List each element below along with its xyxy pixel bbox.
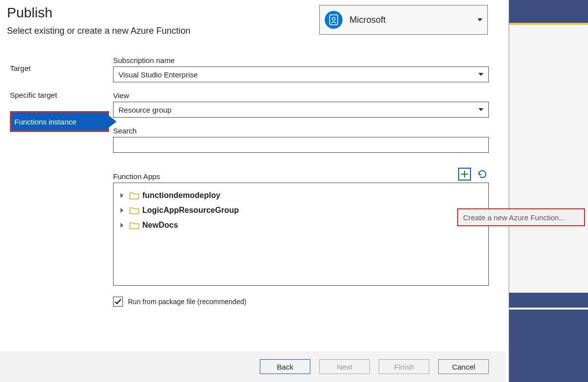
- finish-button: Finish: [379, 359, 429, 374]
- chevron-down-icon: [478, 73, 483, 76]
- subscription-combo[interactable]: Visual Studio Enterprise: [113, 66, 489, 82]
- subscription-value: Visual Studio Enterprise: [118, 70, 198, 79]
- expand-icon[interactable]: [120, 208, 123, 213]
- chevron-down-icon: [477, 18, 482, 21]
- view-combo[interactable]: Resource group: [113, 102, 489, 118]
- sidebar-item-label: Target: [10, 64, 31, 72]
- next-button: Next: [319, 359, 370, 374]
- expand-icon[interactable]: [120, 223, 123, 228]
- folder-icon: [129, 221, 139, 229]
- cancel-button[interactable]: Cancel: [438, 359, 489, 374]
- function-apps-label: Function Apps: [113, 172, 160, 181]
- account-selector[interactable]: Microsoft: [319, 5, 488, 35]
- main-panel: Subscription name Visual Studio Enterpri…: [113, 56, 506, 351]
- checkmark-icon: [114, 298, 122, 306]
- view-label: View: [113, 91, 489, 100]
- tree-item[interactable]: NewDocs: [120, 218, 481, 233]
- search-input[interactable]: [113, 137, 489, 153]
- view-value: Resource group: [118, 106, 172, 114]
- svg-point-1: [332, 17, 335, 20]
- create-new-button[interactable]: [458, 168, 471, 181]
- sidebar-item-target[interactable]: Target: [7, 61, 113, 75]
- folder-icon: [129, 191, 139, 199]
- sidebar-item-label: Functions instance: [14, 118, 76, 126]
- tree-item-label: functiondemodeploy: [142, 191, 220, 200]
- refresh-button[interactable]: [476, 168, 489, 181]
- wizard-sidebar: Target Specific target Functions instanc…: [0, 56, 113, 351]
- account-label: Microsoft: [350, 15, 386, 25]
- expand-icon[interactable]: [120, 193, 123, 198]
- sidebar-item-functions-instance[interactable]: Functions instance: [10, 111, 109, 132]
- tree-item[interactable]: LogicAppResourceGroup: [120, 203, 481, 218]
- plus-icon: [461, 170, 469, 178]
- sidebar-item-specific-target[interactable]: Specific target: [7, 88, 113, 102]
- run-from-package-checkbox[interactable]: [113, 297, 123, 307]
- background-decoration: [509, 0, 588, 382]
- tree-item-label: NewDocs: [142, 221, 178, 230]
- run-from-package-label: Run from package file (recommended): [128, 298, 246, 306]
- back-button[interactable]: Back: [260, 359, 310, 374]
- publish-dialog: Publish Select existing or create a new …: [0, 0, 506, 382]
- svg-rect-0: [330, 15, 338, 25]
- create-new-tooltip: Create a new Azure Function...: [457, 208, 585, 226]
- chevron-down-icon: [478, 108, 483, 111]
- subscription-label: Subscription name: [113, 56, 489, 64]
- tree-item[interactable]: functiondemodeploy: [120, 188, 481, 203]
- search-label: Search: [113, 127, 489, 135]
- tree-item-label: LogicAppResourceGroup: [142, 206, 239, 215]
- dialog-footer: Back Next Finish Cancel: [0, 351, 506, 382]
- sidebar-item-label: Specific target: [10, 91, 57, 99]
- account-badge-icon: [325, 11, 343, 29]
- folder-icon: [129, 206, 139, 214]
- refresh-icon: [477, 169, 487, 179]
- function-apps-tree[interactable]: functiondemodeploy LogicAppResourceGroup…: [113, 183, 489, 286]
